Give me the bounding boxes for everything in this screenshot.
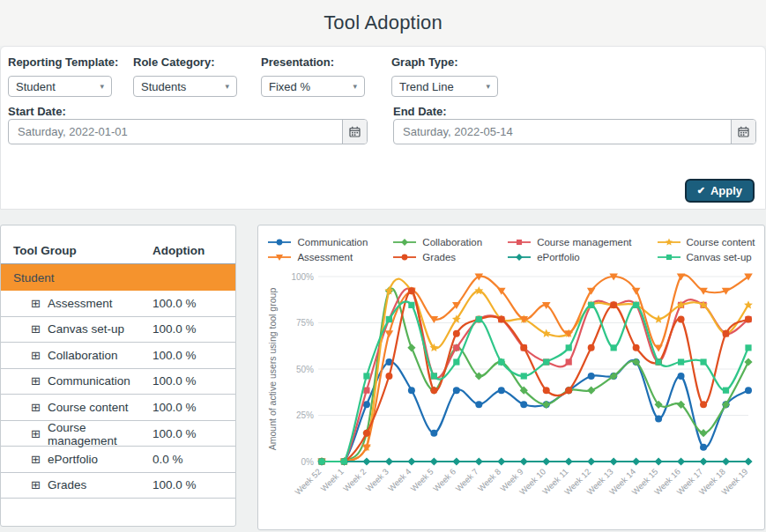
triangle-marker-icon (267, 252, 292, 262)
expand-icon[interactable]: ⊞ (31, 350, 41, 361)
legend-item-communication[interactable]: Communication (267, 234, 368, 249)
y-axis-title: Amount of active users using tool group (267, 288, 278, 451)
chart-legend: CommunicationCollaborationCourse managem… (265, 234, 757, 264)
x-tick-label: Week 3 (363, 467, 390, 493)
y-tick-label: 25% (296, 410, 314, 420)
table-header: Tool Group Adoption (1, 238, 235, 264)
filter-panel: Reporting Template: Role Category: Prese… (0, 46, 766, 210)
adoption-value: 100.0 % (152, 322, 228, 336)
legend-label: Grades (422, 252, 456, 262)
star-marker-icon (657, 237, 681, 248)
square-marker-icon (507, 237, 532, 248)
table-row[interactable]: ⊞Collaboration100.0 % (1, 343, 235, 369)
chevron-down-icon: ▾ (486, 82, 490, 91)
page-title: Tool Adoption (324, 11, 442, 34)
graph-type-select[interactable]: Trend Line ▾ (391, 76, 498, 97)
end-date-input[interactable]: Saturday, 2022-05-14 (394, 120, 731, 144)
legend-label: Collaboration (422, 237, 482, 248)
page-header: Tool Adoption (0, 0, 766, 46)
end-date-calendar-button[interactable] (731, 120, 755, 144)
circle-marker-icon (267, 237, 292, 248)
x-tick-label: Week 4 (386, 467, 413, 493)
tool-group-name: Course management (48, 421, 152, 447)
adoption-value: 100.0 % (152, 427, 228, 440)
tool-group-name: Grades (48, 478, 86, 491)
tool-group-name: Canvas set-up (48, 322, 124, 336)
start-date-label: Start Date: (8, 105, 66, 118)
expand-icon[interactable]: ⊞ (31, 298, 41, 309)
table-row[interactable]: ⊞Canvas set-up100.0 % (1, 317, 235, 344)
legend-item-course-content[interactable]: Course content (657, 234, 755, 249)
graph-type-label: Graph Type: (391, 55, 458, 69)
presentation-label: Presentation: (261, 55, 334, 69)
expand-icon[interactable]: ⊞ (31, 479, 41, 491)
end-date-label: End Date: (393, 105, 447, 118)
legend-item-grades[interactable]: Grades (392, 249, 482, 264)
circle-marker-icon (392, 252, 417, 262)
chevron-down-icon: ▾ (353, 82, 357, 91)
y-tick-label: 50% (296, 365, 314, 374)
adoption-value: 0.0 % (152, 453, 228, 466)
legend-label: Canvas set-up (687, 252, 752, 262)
legend-label: Communication (297, 237, 368, 248)
role-category-label: Role Category: (133, 55, 214, 69)
y-tick-label: 0% (301, 457, 315, 467)
adoption-column-header: Adoption (152, 244, 228, 257)
tool-group-table: Tool Group Adoption Student ⊞Assessment1… (0, 225, 236, 527)
diamond-marker-icon (392, 237, 417, 248)
legend-item-eportfolio[interactable]: ePortfolio (507, 249, 631, 264)
series-eportfolio (317, 457, 752, 465)
trend-chart-panel: CommunicationCollaborationCourse managem… (257, 225, 765, 530)
table-row[interactable]: ⊞Assessment100.0 % (1, 291, 235, 317)
expand-icon[interactable]: ⊞ (31, 428, 41, 440)
legend-item-course-management[interactable]: Course management (507, 234, 631, 249)
adoption-value: 100.0 % (152, 401, 228, 414)
start-date-group: Saturday, 2022-01-01 (8, 119, 368, 144)
legend-label: Course content (687, 237, 755, 248)
calendar-icon (738, 126, 749, 137)
calendar-icon (349, 126, 361, 137)
presentation-select[interactable]: Fixed % ▾ (261, 76, 365, 97)
legend-item-canvas-set-up[interactable]: Canvas set-up (657, 249, 755, 264)
square-marker-icon (657, 252, 681, 262)
reporting-template-label: Reporting Template: (8, 55, 118, 69)
y-tick-label: 75% (296, 318, 314, 328)
diamond-marker-icon (507, 252, 532, 262)
table-row[interactable]: ⊞Course content100.0 % (1, 395, 235, 421)
chevron-down-icon: ▾ (100, 82, 104, 91)
legend-item-collaboration[interactable]: Collaboration (392, 234, 482, 249)
expand-icon[interactable]: ⊞ (31, 402, 41, 413)
table-row[interactable]: ⊞Grades100.0 % (1, 473, 235, 499)
table-row[interactable]: ⊞ePortfolio0.0 % (1, 447, 235, 473)
adoption-value: 100.0 % (152, 349, 228, 362)
trend-line-chart: 0%25%50%75%100%Week 52Week 1Week 2Week 3… (265, 264, 755, 518)
checkmark-icon: ✔ (697, 185, 705, 196)
reporting-template-select[interactable]: Student ▾ (8, 76, 112, 97)
expand-icon[interactable]: ⊞ (31, 454, 41, 465)
student-group-row[interactable]: Student (1, 264, 235, 291)
legend-item-assessment[interactable]: Assessment (267, 249, 368, 264)
x-tick-label: Week 6 (431, 467, 457, 493)
x-tick-label: Week 7 (453, 467, 480, 493)
tool-group-name: Collaboration (48, 349, 118, 362)
x-tick-label: Week 1 (318, 467, 345, 493)
expand-icon[interactable]: ⊞ (31, 375, 41, 387)
legend-label: Assessment (297, 252, 353, 262)
start-date-input[interactable]: Saturday, 2022-01-01 (9, 120, 342, 144)
table-row[interactable]: ⊞Course management100.0 % (1, 421, 235, 447)
start-date-calendar-button[interactable] (342, 120, 367, 144)
y-tick-label: 100% (291, 272, 314, 282)
table-row[interactable]: ⊞Communication100.0 % (1, 369, 235, 395)
role-category-select[interactable]: Students ▾ (133, 76, 237, 97)
tool-group-name: Communication (48, 374, 130, 388)
expand-icon[interactable]: ⊞ (31, 323, 41, 335)
tool-group-name: Assessment (48, 297, 113, 310)
adoption-value: 100.0 % (152, 478, 228, 491)
tool-group-name: ePortfolio (48, 453, 98, 466)
apply-button[interactable]: ✔ Apply (685, 179, 755, 203)
chevron-down-icon: ▾ (225, 82, 229, 91)
x-tick-label: Week 52 (293, 467, 323, 497)
end-date-group: Saturday, 2022-05-14 (393, 119, 756, 144)
adoption-value: 100.0 % (152, 297, 228, 310)
table-rows: ⊞Assessment100.0 %⊞Canvas set-up100.0 %⊞… (1, 291, 235, 499)
